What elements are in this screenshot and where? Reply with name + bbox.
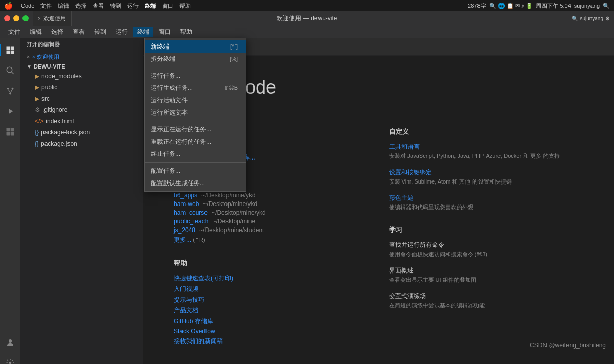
menu-terminate-task[interactable]: 终止任务... [145,148,246,160]
link-more-recent[interactable]: 更多... [174,236,191,243]
link-tips[interactable]: 提示与技巧 [174,295,369,304]
recent-item-4: public_teach ~/Desktop/mine [174,218,369,225]
menu-edit[interactable]: 编辑 [26,27,46,37]
sys-menu-file[interactable]: 文件 [40,2,52,10]
svg-point-0 [7,67,12,73]
menu-show-running-tasks[interactable]: 显示正在运行的任务... [145,123,246,135]
section-help: 帮助 快捷键速查表(可打印) 入门视频 提示与技巧 产品文档 GitHub 存储… [174,259,369,346]
sys-user: sujunyang [574,3,600,9]
menu-configure-tasks[interactable]: 配置任务... [145,165,246,177]
sys-menu-run[interactable]: 运行 [127,2,139,10]
sys-icons: 🔍 🌐 📋 ✉ ♪ 🔋 [489,3,533,9]
recent-name-1[interactable]: h6_apps [174,192,197,199]
menu-configure-default-build[interactable]: 配置默认生成任务... [145,177,246,189]
activity-search[interactable] [0,60,20,81]
menu-file[interactable]: 文件 [4,27,25,37]
link-stackoverflow[interactable]: Stack Overflow [174,328,369,335]
link-intro-video[interactable]: 入门视频 [174,285,369,293]
sys-menu-view[interactable]: 查看 [93,2,104,10]
tree-item-package-lock[interactable]: {} package-lock.json [20,127,143,138]
close-icon[interactable]: × [27,54,30,60]
menu-restart-running-tasks[interactable]: 重载正在运行的任务... [145,135,246,148]
svg-marker-7 [9,109,13,115]
customize-tools-title[interactable]: 工具和语言 [389,143,584,151]
tree-item-src[interactable]: ▶ src [20,93,143,104]
link-docs[interactable]: 产品文档 [174,306,369,315]
activity-git[interactable] [0,81,20,101]
menu-help[interactable]: 帮助 [176,27,196,37]
window-controls[interactable] [4,15,29,21]
menu-terminal[interactable]: 终端 [133,27,153,37]
link-github[interactable]: GitHub 存储库 [174,317,369,326]
learn-commands-title[interactable]: 查找并运行所有命令 [389,241,584,249]
tree-item-index-html[interactable]: </> index.html [20,116,143,127]
link-newsletter[interactable]: 接收我们的新闻稿 [174,337,369,346]
menu-window[interactable]: 窗口 [154,27,175,37]
activity-settings[interactable] [0,353,20,364]
activity-account[interactable] [0,332,20,353]
menu-run-active-file[interactable]: 运行活动文件 [145,94,246,106]
sys-search-icon[interactable]: 🔍 [603,3,610,9]
recent-name-2[interactable]: ham-web [174,200,199,208]
menu-view[interactable]: 查看 [69,27,89,37]
sidebar: 打开的编辑器 × × 欢迎使用 ▼ DEWU-VITE ▶ node_modul… [20,38,143,364]
tree-item-package-json[interactable]: {} package.json [20,138,143,149]
customize-keybindings-title[interactable]: 设置和按键绑定 [389,168,584,177]
recent-item-3: ham_course ~/Desktop/mine/ykd [174,209,369,216]
tree-item-label: public [41,84,57,91]
sys-menu-select[interactable]: 选择 [75,2,86,10]
menu-select[interactable]: 选择 [47,27,67,37]
sidebar-open-editor-item[interactable]: × × 欢迎使用 [20,51,143,62]
split-terminal-label: 拆分终端 [151,55,175,63]
sys-menu-window[interactable]: 窗口 [162,2,173,10]
separator-2 [145,121,246,121]
apple-icon: 🍎 [4,2,13,10]
sys-menu-help[interactable]: 帮助 [179,2,191,10]
menu-run[interactable]: 运行 [111,27,132,37]
customize-tools-desc: 安装对 JavaScript, Python, Java, PHP, Azure… [389,152,584,160]
recent-name-3[interactable]: ham_course [174,209,208,216]
menu-goto[interactable]: 转到 [90,27,110,37]
close-button[interactable] [4,15,10,21]
tree-item-node-modules[interactable]: ▶ node_modules [20,71,143,82]
run-task-label: 运行任务... [151,72,180,80]
menu-new-terminal[interactable]: 新终端 [^`] [145,40,246,53]
svg-point-3 [12,88,14,90]
tree-item-gitignore[interactable]: ⚙ .gitignore [20,104,143,116]
csdn-watermark: CSDN @weifeng_bushileng [530,342,606,349]
titlebar-tab-welcome[interactable]: × 欢迎使用 [33,11,72,26]
folder-icon: ▶ [35,84,39,91]
sys-menu-code[interactable]: Code [21,3,34,9]
recent-name-5[interactable]: js_2048 [174,226,195,234]
link-shortcuts[interactable]: 快捷键速查表(可打印) [174,274,369,283]
menu-split-terminal[interactable]: 拆分终端 [%] [145,53,246,65]
titlebar-search[interactable]: 🔍 [572,16,578,21]
menu-run-build-task[interactable]: 运行生成任务... ⇧⌘B [145,82,246,94]
project-root[interactable]: ▼ DEWU-VITE [20,62,143,71]
learn-interface-title[interactable]: 界面概述 [389,266,584,275]
tab-close-icon[interactable]: × [38,16,41,21]
minimize-button[interactable] [13,15,19,21]
maximize-button[interactable] [22,15,29,21]
menu-run-task[interactable]: 运行任务... [145,70,246,82]
learn-playground-title[interactable]: 交互式演练场 [389,292,584,301]
sidebar-header: 打开的编辑器 [20,38,143,51]
activity-extensions[interactable] [0,122,20,142]
sys-menu-terminal[interactable]: 终端 [145,2,156,10]
tree-item-public[interactable]: ▶ public [20,82,143,93]
titlebar-settings-icon[interactable]: ⚙ [605,16,610,21]
recent-path-3: ~/Desktop/mine/ykd [212,209,266,216]
menu-run-selected-text[interactable]: 运行所选文本 [145,106,246,119]
sys-menu-goto[interactable]: 转到 [110,2,121,10]
sys-menu-edit[interactable]: 编辑 [58,2,69,10]
recent-name-4[interactable]: public_teach [174,218,208,225]
titlebar: × 欢迎使用 欢迎使用 — dewu-vite 🔍 sujunyang ⚙ [0,11,614,26]
learn-playground-desc: 在简短的演练中尝试基本的编辑器功能 [389,302,584,309]
recent-path-5: ~/Desktop/mine/student [199,226,264,234]
activity-debug[interactable] [0,101,20,122]
customize-theme-title[interactable]: 藤色主题 [389,194,584,202]
learn-item-interface: 界面概述 查看突出显示主要 UI 组件的叠加图 [389,266,584,284]
folder-icon: ▶ [35,95,39,102]
activity-explorer[interactable] [0,40,20,60]
file-icon: </> [35,118,43,125]
